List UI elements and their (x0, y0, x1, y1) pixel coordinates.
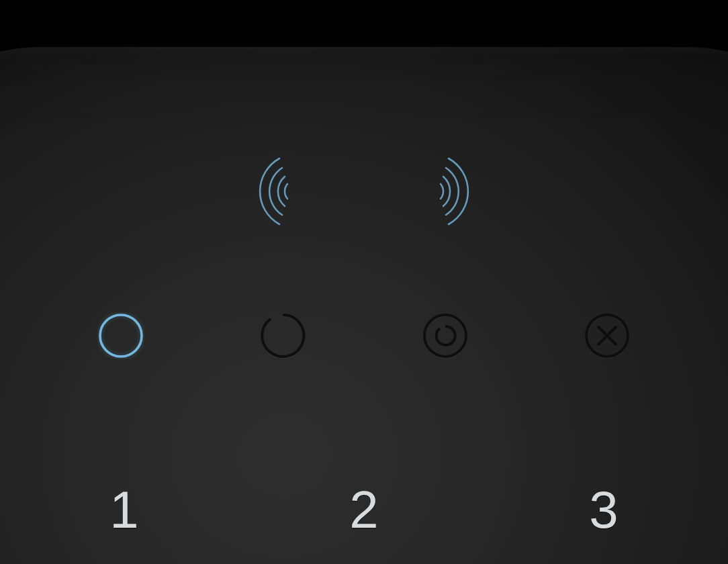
fault-indicator-icon (584, 312, 631, 359)
reader-arcs-right-icon (431, 154, 492, 228)
armed-indicator-icon (259, 312, 306, 359)
night-mode-indicator-icon (422, 312, 469, 359)
reader-arcs-left-icon (236, 154, 297, 228)
contactless-reader-row (0, 154, 728, 228)
keypad-key-2[interactable]: 2 (340, 483, 388, 536)
disarmed-indicator-icon (97, 312, 144, 359)
keypad-number-row-1: 1 2 3 (0, 483, 728, 536)
keypad-key-1[interactable]: 1 (101, 483, 148, 536)
keypad-key-3[interactable]: 3 (580, 483, 627, 536)
keypad-device-photo: 1 2 3 (0, 0, 728, 564)
svg-point-1 (424, 315, 466, 357)
svg-point-0 (100, 315, 142, 357)
status-indicator-row (0, 312, 728, 359)
